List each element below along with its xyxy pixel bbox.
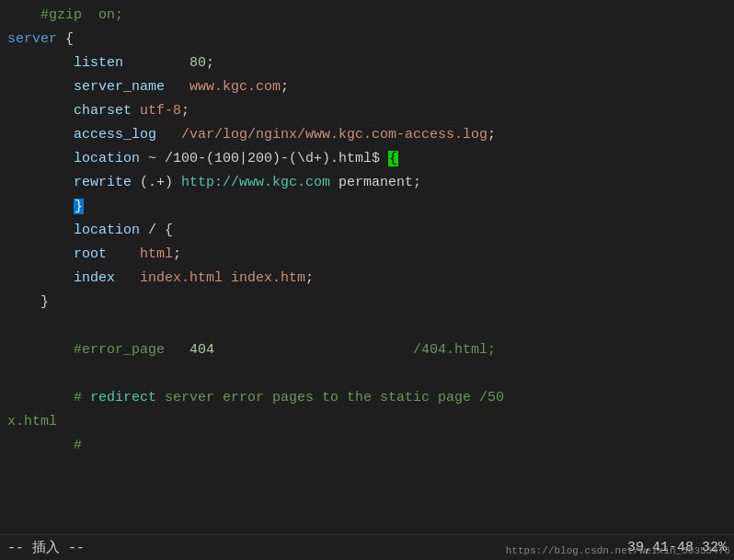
editor-container: #gzip on; server { listen 80; server_nam… — [0, 0, 734, 560]
line-content — [7, 362, 16, 386]
line-content: } — [7, 195, 84, 219]
watermark: https://blog.csdn.net/weixin_50355476 — [506, 545, 734, 556]
line-content: x.html — [7, 410, 57, 434]
code-line: location / { — [0, 219, 734, 243]
code-line: charset utf-8; — [0, 99, 734, 123]
code-line: server_name www.kgc.com; — [0, 75, 734, 99]
line-content: server { — [7, 28, 74, 51]
code-line: location ~ /100-(100|200)-(\d+).html$ { — [0, 147, 734, 171]
code-line: rewrite (.+) http://www.kgc.com permanen… — [0, 171, 734, 195]
line-content: } — [7, 291, 49, 314]
line-content: #error_page 404 /404.html; — [7, 338, 496, 362]
code-line: } — [0, 195, 734, 219]
code-line: server { — [0, 28, 734, 51]
code-line: # — [0, 434, 734, 458]
line-content: #gzip on; — [7, 4, 123, 28]
line-content — [7, 314, 16, 338]
line-content: root html; — [7, 243, 181, 267]
line-content: charset utf-8; — [7, 99, 189, 123]
code-line: root html; — [0, 243, 734, 267]
status-insert: -- 插入 -- — [0, 539, 85, 556]
code-line: # redirect server error pages to the sta… — [0, 386, 734, 410]
code-line: access_log /var/log/nginx/www.kgc.com-ac… — [0, 123, 734, 147]
code-line: #error_page 404 /404.html; — [0, 338, 734, 362]
code-line: index index.html index.htm; — [0, 267, 734, 291]
code-line — [0, 362, 734, 386]
line-content: location / { — [7, 219, 173, 243]
code-line: } — [0, 291, 734, 314]
line-content: # — [7, 434, 82, 458]
line-content: location ~ /100-(100|200)-(\d+).html$ { — [7, 147, 398, 171]
line-content: # redirect server error pages to the sta… — [7, 386, 504, 410]
code-line: listen 80; — [0, 51, 734, 75]
line-content: server_name www.kgc.com; — [7, 75, 289, 99]
code-line: #gzip on; — [0, 4, 734, 28]
line-content: rewrite (.+) http://www.kgc.com permanen… — [7, 171, 421, 195]
line-content: access_log /var/log/nginx/www.kgc.com-ac… — [7, 123, 496, 147]
line-content: listen 80; — [7, 51, 214, 75]
code-line: x.html — [0, 410, 734, 434]
line-content: index index.html index.htm; — [7, 267, 314, 291]
code-line — [0, 314, 734, 338]
